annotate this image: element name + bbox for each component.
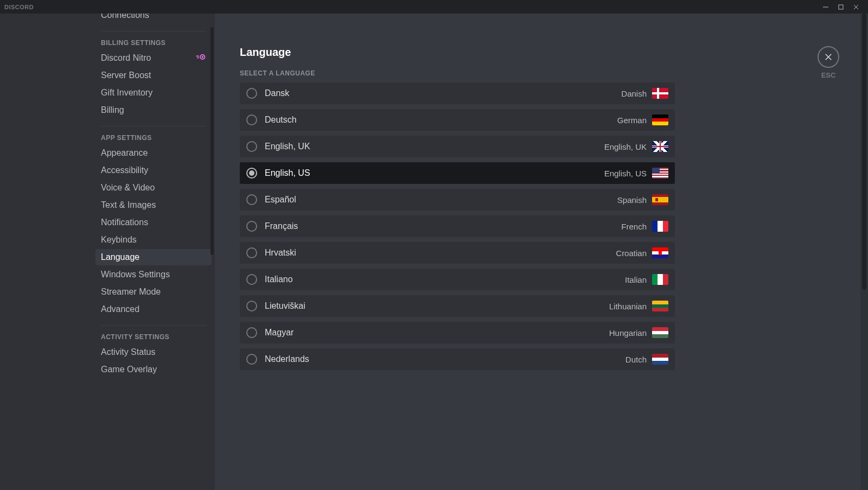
sidebar-section-header: ACTIVITY SETTINGS xyxy=(95,333,212,341)
sidebar-item-game-overlay[interactable]: Game Overlay xyxy=(95,361,212,378)
sidebar-scrollbar[interactable] xyxy=(210,27,214,255)
window-controls xyxy=(818,1,864,13)
page-title: Language xyxy=(240,46,675,59)
flag-icon-it xyxy=(652,274,668,285)
language-english-name: Danish xyxy=(621,89,647,98)
language-english-name: Croatian xyxy=(616,249,647,258)
language-list: DanskDanishDeutschGermanEnglish, UKEngli… xyxy=(240,82,675,370)
close-esc-label: ESC xyxy=(821,71,836,79)
language-native-name: English, UK xyxy=(265,142,604,151)
sidebar-item-advanced[interactable]: Advanced xyxy=(95,301,212,317)
radio-icon xyxy=(246,354,257,365)
content-scrollbar[interactable] xyxy=(862,14,866,290)
minimize-icon xyxy=(822,4,829,10)
close-window-button[interactable] xyxy=(848,1,864,13)
language-english-name: Hungarian xyxy=(609,328,647,338)
sidebar-item-label: Advanced xyxy=(101,304,139,314)
sidebar-item-label: Discord Nitro xyxy=(101,53,151,63)
sidebar-item-label: Windows Settings xyxy=(101,270,170,279)
flag-icon-uk xyxy=(652,141,668,152)
sidebar-item-label: Text & Images xyxy=(101,200,156,210)
radio-icon xyxy=(246,221,257,232)
language-english-name: English, US xyxy=(604,169,647,178)
sidebar-item-activity-status[interactable]: Activity Status xyxy=(95,344,212,360)
flag-icon-lt xyxy=(652,301,668,311)
close-icon xyxy=(824,52,833,62)
language-english-name: French xyxy=(621,222,647,231)
svg-rect-1 xyxy=(839,5,843,9)
sidebar-item-label: Notifications xyxy=(101,218,148,227)
radio-icon xyxy=(246,301,257,311)
sidebar-item-text-images[interactable]: Text & Images xyxy=(95,197,212,213)
language-option-nl[interactable]: NederlandsDutch xyxy=(240,348,675,370)
sidebar-item-keybinds[interactable]: Keybinds xyxy=(95,232,212,248)
sidebar-item-server-boost[interactable]: Server Boost xyxy=(95,67,212,84)
sidebar-item-windows-settings[interactable]: Windows Settings xyxy=(95,266,212,283)
sidebar-item-label: Billing xyxy=(101,105,124,115)
maximize-button[interactable] xyxy=(833,1,848,13)
radio-icon xyxy=(246,274,257,285)
close-settings-button[interactable] xyxy=(818,46,839,68)
language-native-name: Lietuviškai xyxy=(265,301,609,311)
content-scrollbar-track xyxy=(860,14,868,490)
radio-icon xyxy=(246,194,257,205)
sidebar-item-billing[interactable]: Billing xyxy=(95,102,212,118)
language-option-dk[interactable]: DanskDanish xyxy=(240,82,675,104)
language-option-uk[interactable]: English, UKEnglish, UK xyxy=(240,136,675,157)
radio-icon xyxy=(246,168,257,179)
sidebar-item-discord-nitro[interactable]: Discord Nitro xyxy=(95,50,212,66)
app-logo: DISCORD xyxy=(4,4,34,10)
sidebar-item-gift-inventory[interactable]: Gift Inventory xyxy=(95,85,212,101)
sidebar-item-label: Voice & Video xyxy=(101,183,155,193)
language-english-name: German xyxy=(617,116,647,125)
sidebar-item-appearance[interactable]: Appearance xyxy=(95,145,212,161)
sidebar-separator xyxy=(101,31,206,31)
sidebar-item-label: Game Overlay xyxy=(101,365,157,374)
language-native-name: Magyar xyxy=(265,328,609,338)
language-option-es[interactable]: EspañolSpanish xyxy=(240,189,675,211)
radio-icon xyxy=(246,247,257,258)
language-option-hu[interactable]: MagyarHungarian xyxy=(240,322,675,343)
radio-icon xyxy=(246,141,257,152)
sidebar-section-header: APP SETTINGS xyxy=(95,134,212,142)
language-option-it[interactable]: ItalianoItalian xyxy=(240,269,675,290)
flag-icon-dk xyxy=(652,88,668,99)
close-icon xyxy=(853,4,859,10)
language-option-lt[interactable]: LietuviškaiLithuanian xyxy=(240,295,675,317)
flag-icon-hu xyxy=(652,327,668,338)
sidebar-item-connections[interactable]: Connections xyxy=(95,14,212,23)
flag-icon-hr xyxy=(652,247,668,258)
sidebar-item-voice-video[interactable]: Voice & Video xyxy=(95,180,212,196)
language-option-us[interactable]: English, USEnglish, US xyxy=(240,162,675,184)
maximize-icon xyxy=(838,4,844,10)
language-native-name: Español xyxy=(265,195,617,205)
minimize-button[interactable] xyxy=(818,1,833,13)
language-option-hr[interactable]: HrvatskiCroatian xyxy=(240,242,675,264)
flag-icon-de xyxy=(652,114,668,125)
language-native-name: Français xyxy=(265,221,621,231)
titlebar: DISCORD xyxy=(0,0,868,14)
sidebar-separator xyxy=(101,325,206,326)
language-english-name: English, UK xyxy=(604,142,647,151)
sidebar-item-label: Language xyxy=(101,252,139,262)
language-english-name: Lithuanian xyxy=(609,302,647,311)
sidebar-item-streamer-mode[interactable]: Streamer Mode xyxy=(95,284,212,300)
language-native-name: Hrvatski xyxy=(265,248,616,258)
language-option-fr[interactable]: FrançaisFrench xyxy=(240,215,675,237)
language-english-name: Dutch xyxy=(626,355,647,364)
nitro-badge-icon xyxy=(195,53,206,63)
sidebar-item-accessibility[interactable]: Accessibility xyxy=(95,162,212,179)
sidebar-item-label: Keybinds xyxy=(101,235,137,245)
sidebar-separator xyxy=(101,126,206,126)
radio-icon xyxy=(246,114,257,125)
sidebar-item-notifications[interactable]: Notifications xyxy=(95,214,212,231)
flag-icon-fr xyxy=(652,221,668,232)
language-english-name: Italian xyxy=(625,275,647,284)
sidebar-item-label: Connections xyxy=(101,14,149,20)
radio-icon xyxy=(246,327,257,338)
sidebar-item-label: Gift Inventory xyxy=(101,88,152,98)
sidebar-item-label: Appearance xyxy=(101,148,148,158)
sidebar-item-label: Server Boost xyxy=(101,71,151,80)
language-option-de[interactable]: DeutschGerman xyxy=(240,109,675,131)
sidebar-item-language[interactable]: Language xyxy=(95,249,212,265)
